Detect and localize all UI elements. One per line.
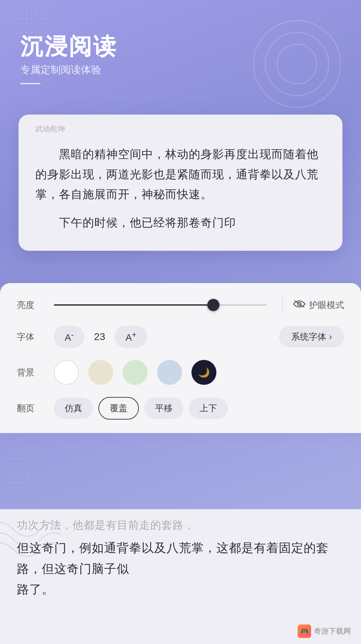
eye-icon [293, 300, 306, 310]
brightness-slider-wrap [54, 304, 272, 306]
chevron-right-icon: › [329, 332, 332, 342]
flip-slide-label: 平移 [155, 403, 173, 413]
font-increase-label: A+ [125, 330, 136, 343]
bg-bluegray-option[interactable] [157, 360, 182, 385]
lower-para-2: 但这奇门，例如通背拳以及八荒掌，这都是有着固定的套路，但这奇门脑子似 [17, 538, 344, 579]
page-title: 沉浸阅读 [20, 34, 117, 59]
flip-simulation-label: 仿真 [65, 403, 82, 413]
brightness-thumb[interactable] [207, 299, 219, 311]
brightness-track[interactable] [54, 304, 267, 306]
dots-decoration-top [10, 7, 51, 34]
bg-label: 背景 [17, 367, 44, 378]
lower-para-1: 功次方法，他都是有目前走的套路， [17, 516, 344, 534]
book-title: 武动乾坤 [19, 115, 342, 137]
font-row: 字体 A- 23 A+ 系统字体 › [17, 326, 344, 348]
watermark-icon: 🎮 [300, 627, 309, 635]
reading-content: 黑暗的精神空间中，林动的身影再度出现而随着他的身影出现，两道光影也是紧随而现，通… [19, 137, 342, 251]
reading-card: 武动乾坤 黑暗的精神空间中，林动的身影再度出现而随着他的身影出现，两道光影也是紧… [19, 115, 342, 251]
bg-white-option[interactable] [54, 360, 79, 385]
watermark: 🎮 奇游下载网 [298, 624, 351, 638]
background-row: 背景 🌙 [17, 360, 344, 385]
reading-paragraph-1: 黑暗的精神空间中，林动的身影再度出现而随着他的身影出现，两道光影也是紧随而现，通… [35, 144, 326, 205]
brightness-row: 亮度 护眼模式 [17, 297, 344, 313]
reading-paragraph-2: 下午的时候，他已经将那卷奇门印 [35, 213, 326, 233]
flip-updown-label: 上下 [200, 403, 217, 413]
lower-para-3: 路了。 [17, 579, 344, 600]
eye-mode-label: 护眼模式 [309, 299, 344, 311]
divider-vertical [282, 297, 283, 313]
lower-reading-content: 功次方法，他都是有目前走的套路， 但这奇门，例如通背拳以及八荒掌，这都是有着固定… [0, 509, 361, 644]
bg-dark-option[interactable]: 🌙 [191, 360, 216, 385]
settings-panel: 亮度 护眼模式 [0, 283, 361, 433]
header-section: 沉浸阅读 专属定制阅读体验 [20, 34, 117, 84]
lower-reading-text: 功次方法，他都是有目前走的套路， 但这奇门，例如通背拳以及八荒掌，这都是有着固定… [17, 516, 344, 600]
page-subtitle: 专属定制阅读体验 [20, 63, 117, 77]
font-controls: A- 23 A+ 系统字体 › [54, 326, 344, 348]
flip-slide-button[interactable]: 平移 [144, 398, 183, 419]
font-family-label: 系统字体 [291, 331, 326, 343]
moon-icon: 🌙 [198, 367, 210, 378]
font-size-display: 23 [91, 331, 108, 342]
dots-decoration-bottom [7, 452, 34, 492]
font-increase-button[interactable]: A+ [115, 326, 147, 348]
brightness-fill [54, 304, 213, 306]
font-family-button[interactable]: 系统字体 › [279, 326, 344, 347]
font-decrease-button[interactable]: A- [54, 326, 84, 348]
flip-simulation-button[interactable]: 仿真 [54, 398, 93, 419]
header-divider [20, 83, 40, 84]
flip-updown-button[interactable]: 上下 [189, 398, 228, 419]
font-decrease-label: A- [65, 330, 73, 343]
font-label: 字体 [17, 331, 44, 343]
flip-row: 翻页 仿真 覆盖 平移 上下 [17, 397, 344, 420]
circle-decoration [253, 20, 341, 108]
bg-options: 🌙 [54, 360, 344, 385]
brightness-label: 亮度 [17, 299, 44, 311]
flip-options: 仿真 覆盖 平移 上下 [54, 397, 344, 420]
watermark-logo: 🎮 [298, 624, 311, 638]
brightness-controls: 护眼模式 [54, 297, 344, 313]
bg-green-option[interactable] [123, 360, 148, 385]
flip-cover-label: 覆盖 [110, 403, 127, 413]
watermark-label: 奇游下载网 [314, 626, 351, 636]
flip-cover-button[interactable]: 覆盖 [98, 397, 139, 420]
flip-label: 翻页 [17, 402, 44, 414]
eye-mode-toggle[interactable]: 护眼模式 [293, 299, 344, 311]
bg-beige-option[interactable] [88, 360, 113, 385]
deco-circle-inner [277, 44, 317, 84]
